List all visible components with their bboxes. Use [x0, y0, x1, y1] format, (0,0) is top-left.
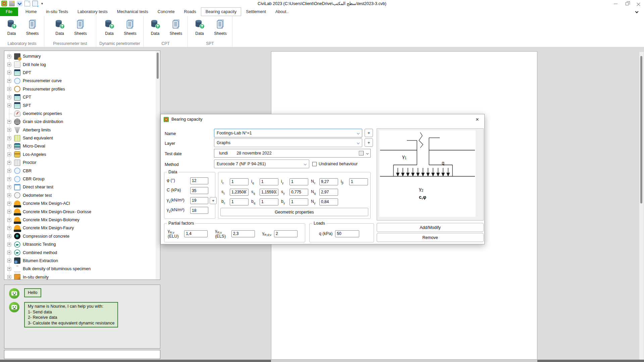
- tree-item[interactable]: + Pressuremeter curve: [4, 77, 160, 85]
- restore-button[interactable]: [621, 0, 633, 7]
- coefficient-input[interactable]: [289, 198, 308, 205]
- tree-item[interactable]: + Concrete Mix Design-Faury: [4, 224, 160, 232]
- tree-expand-button[interactable]: +: [7, 87, 11, 91]
- tree-expand-button[interactable]: +: [7, 63, 11, 66]
- tree-item[interactable]: + Concrete Mix Design-ACI: [4, 199, 160, 207]
- tree-expand-button[interactable]: +: [7, 71, 11, 74]
- tree-expand-button[interactable]: +: [7, 136, 11, 140]
- tree-item[interactable]: + SPT: [4, 101, 160, 109]
- remove-button[interactable]: Remove: [377, 233, 484, 242]
- tree-expand-button[interactable]: +: [7, 243, 11, 246]
- tree-expand-button[interactable]: +: [7, 234, 11, 238]
- coefficient-input[interactable]: [289, 178, 308, 185]
- method-combobox[interactable]: Eurocode 7 (NF P 94-261): [214, 160, 309, 168]
- tree-expand-button[interactable]: +: [7, 96, 11, 99]
- tree-item[interactable]: + CBR: [4, 167, 160, 175]
- tree-expand-button[interactable]: +: [7, 193, 11, 197]
- ribbon-collapse-button[interactable]: [633, 9, 640, 15]
- sheets-button[interactable]: Sheets: [212, 18, 229, 41]
- test-date-field[interactable]: lundi 28 novembre 2022: [214, 149, 371, 158]
- coefficient-input[interactable]: [260, 198, 278, 205]
- tree-expand-button[interactable]: +: [7, 275, 11, 279]
- menu-tab[interactable]: in-situ Tests: [41, 7, 73, 16]
- add-layer-button[interactable]: +: [365, 138, 373, 147]
- tree-item[interactable]: + Geometric properties: [4, 110, 160, 118]
- partial-factor-input[interactable]: [231, 230, 255, 237]
- data-button[interactable]: Data: [101, 18, 118, 41]
- add-modify-button[interactable]: Add/Modify: [377, 223, 484, 232]
- tree-scrollbar[interactable]: [156, 51, 160, 280]
- tree-expand-button[interactable]: +: [7, 169, 11, 173]
- layer-combobox[interactable]: Graphs: [214, 138, 362, 147]
- coefficient-input[interactable]: [230, 178, 249, 185]
- coefficient-input[interactable]: [319, 198, 338, 205]
- coefficient-input[interactable]: [289, 189, 308, 196]
- tree-item[interactable]: + Los-Angeles: [4, 150, 160, 159]
- name-combobox[interactable]: Footings-Lab N°=1: [214, 129, 362, 137]
- tree-item[interactable]: + Proctor: [4, 159, 160, 167]
- chevron-down-icon[interactable]: [366, 152, 369, 155]
- tree-scrollbar-thumb[interactable]: [157, 53, 159, 79]
- undrained-checkbox-row[interactable]: Undrained behaviour: [312, 162, 358, 166]
- tree-expand-button[interactable]: +: [7, 226, 11, 230]
- tree-expand-button[interactable]: +: [7, 144, 11, 148]
- tree-expand-button[interactable]: +: [7, 259, 11, 262]
- horizontal-scrollbar[interactable]: [0, 360, 644, 362]
- dialog-title-bar[interactable]: Bearing capacity: [161, 114, 484, 124]
- tree-expand-button[interactable]: +: [7, 202, 11, 205]
- menu-tab[interactable]: About..: [271, 7, 293, 16]
- sheets-button[interactable]: Sheets: [122, 18, 139, 41]
- coefficient-input[interactable]: [260, 189, 278, 196]
- sheets-button[interactable]: Sheets: [72, 18, 89, 41]
- parameter-input[interactable]: [190, 207, 208, 214]
- data-button[interactable]: Data: [147, 18, 164, 41]
- file-menu-button[interactable]: File: [0, 7, 18, 16]
- tree-expand-button[interactable]: +: [7, 79, 11, 83]
- undrained-checkbox[interactable]: [312, 162, 317, 166]
- tree-expand-button[interactable]: +: [7, 251, 11, 254]
- chat-input[interactable]: [4, 350, 160, 359]
- tree-expand-button[interactable]: +: [7, 267, 11, 271]
- load-input[interactable]: [335, 230, 359, 237]
- tree-expand-button[interactable]: +: [7, 185, 11, 189]
- coefficient-input[interactable]: [260, 178, 278, 185]
- geometric-properties-button[interactable]: Geometric properties: [220, 208, 368, 216]
- tree-item[interactable]: + Micro-Deval: [4, 142, 160, 150]
- tree-item[interactable]: + In-situ density: [4, 273, 160, 280]
- tree-item[interactable]: + Bitumen Extraction: [4, 257, 160, 265]
- coefficient-input[interactable]: [230, 198, 249, 205]
- calendar-icon[interactable]: [359, 151, 364, 156]
- tree-item[interactable]: + Atterberg limits: [4, 126, 160, 134]
- data-button[interactable]: Data: [191, 18, 208, 41]
- tree-item[interactable]: + Bulk density of bituminous specimen: [4, 265, 160, 273]
- scrollbar-thumb[interactable]: [640, 56, 642, 203]
- tree-expand-button[interactable]: +: [7, 128, 11, 132]
- parameter-input[interactable]: [190, 197, 208, 204]
- tree-item[interactable]: + Concrete Mix Design-Bolomey: [4, 216, 160, 224]
- tree-item[interactable]: + Combined method: [4, 248, 160, 256]
- tree-expand-button[interactable]: +: [7, 104, 11, 107]
- tree-item[interactable]: + Drill hole log: [4, 60, 160, 68]
- data-button[interactable]: Data: [3, 18, 20, 41]
- horizontal-scrollbar-thumb[interactable]: [271, 360, 537, 362]
- menu-tab[interactable]: Roads: [179, 7, 201, 16]
- minimize-button[interactable]: [610, 0, 621, 7]
- coefficient-input[interactable]: [230, 189, 249, 196]
- tree-expand-button[interactable]: +: [7, 55, 11, 58]
- tree-expand-button[interactable]: +: [7, 218, 11, 222]
- menu-tab[interactable]: Settlement: [241, 7, 271, 16]
- coefficient-input[interactable]: [319, 189, 338, 196]
- tree-item[interactable]: + Concrete Mix Design-Dreux- Gorisse: [4, 207, 160, 216]
- partial-factor-input[interactable]: [184, 230, 208, 237]
- menu-tab[interactable]: Concrete: [153, 7, 179, 16]
- data-button[interactable]: Data: [51, 18, 68, 41]
- tree-item[interactable]: + Pressuremeter profiles: [4, 85, 160, 93]
- tree-expand-button[interactable]: +: [7, 120, 11, 124]
- dialog-close-button[interactable]: ✕: [473, 116, 482, 123]
- tree-item[interactable]: + Oedometer test: [4, 191, 160, 199]
- tree-item[interactable]: + CBR Group: [4, 175, 160, 183]
- tree-item[interactable]: + DPT: [4, 69, 160, 77]
- vertical-scrollbar[interactable]: [639, 52, 644, 360]
- tree-item[interactable]: + Summary: [4, 52, 160, 60]
- tree-item[interactable]: + Grain size distribution: [4, 118, 160, 126]
